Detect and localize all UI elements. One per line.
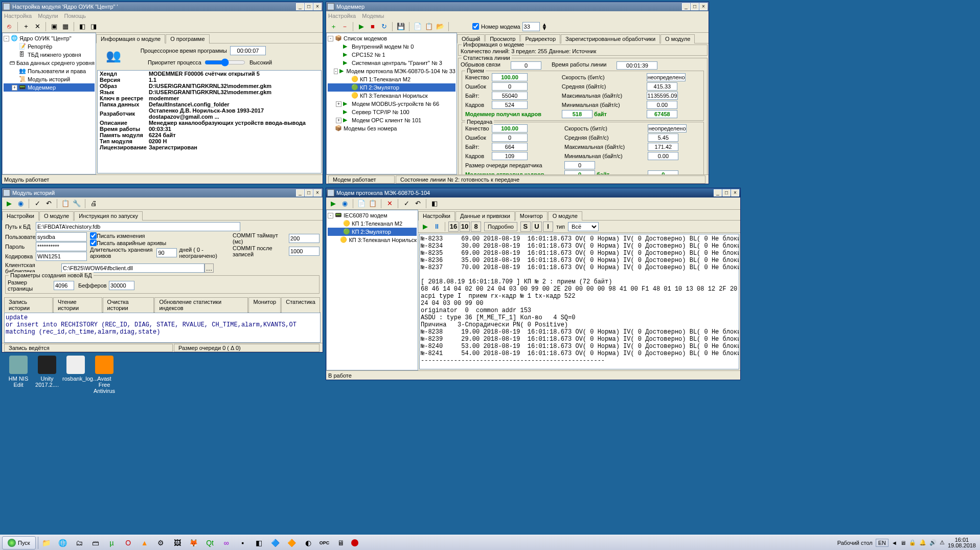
print-icon[interactable]: 🖨	[88, 199, 99, 209]
apply-icon[interactable]: ✓	[32, 199, 42, 209]
expand-icon[interactable]: -	[4, 36, 9, 41]
refresh-icon[interactable]: ↻	[379, 21, 389, 32]
tab[interactable]: Инструкция по запуску	[74, 211, 143, 221]
tree-node[interactable]: 👥Пользователи и права	[4, 67, 95, 75]
chrome-icon[interactable]: 🌐	[57, 537, 69, 549]
tree-node[interactable]: -📦Список модемов	[328, 34, 455, 42]
filter-u-button[interactable]: U	[532, 222, 542, 232]
commit-timeout-input[interactable]	[289, 234, 320, 243]
expand-icon[interactable]: +	[336, 118, 341, 123]
tab[interactable]: О модуле	[39, 211, 74, 221]
base-8-button[interactable]: 8	[471, 222, 481, 232]
show-desktop[interactable]: Рабочий стол	[837, 540, 873, 546]
tree-node[interactable]: 📦Модемы без номера	[328, 124, 455, 133]
filter-s-button[interactable]: S	[520, 222, 531, 232]
maximize-icon[interactable]: □	[691, 3, 699, 10]
tray-icon[interactable]: 🔔	[919, 539, 926, 546]
terminal-icon[interactable]: ▪	[237, 537, 249, 549]
app-icon[interactable]: ◧	[253, 537, 265, 549]
copy-icon[interactable]: 📋	[368, 199, 378, 209]
tool-icon[interactable]: 📋	[424, 21, 434, 32]
vlc-icon[interactable]: ▲	[139, 537, 151, 549]
spin-down-icon[interactable]: ▼	[542, 27, 548, 30]
desktop-icon[interactable]: rosbank_log...	[62, 356, 89, 382]
tree-node[interactable]: 🗄ТБД нижнего уровня	[4, 51, 95, 59]
gimp-icon[interactable]: 🦊	[188, 537, 200, 549]
doc-icon[interactable]: 📄	[356, 199, 367, 209]
tree-node[interactable]: 🟢КП 2:Эмулятор	[328, 228, 417, 236]
tree-node[interactable]: ▶Внутренний модем № 0	[328, 42, 455, 51]
priority-slider[interactable]	[204, 58, 245, 67]
tree-node[interactable]: +📟Модеммер	[4, 83, 95, 92]
tab-about[interactable]: О программе	[166, 34, 209, 43]
clock[interactable]: 16:0119.08.2018	[948, 537, 976, 548]
undo-icon[interactable]: ↶	[43, 199, 54, 209]
tree-node[interactable]: 🟢КП 2:Эмулятор	[328, 83, 455, 92]
play-icon[interactable]: ▶	[356, 21, 367, 32]
app-icon[interactable]: ◐	[302, 537, 314, 549]
tool-icon[interactable]: 🔧	[72, 199, 82, 209]
tree-node[interactable]: ▶Сервер TCP/IP № 100	[328, 108, 455, 116]
tab[interactable]: Чтение истории	[53, 297, 102, 313]
qt-icon[interactable]: Qt	[204, 537, 216, 549]
tool-icon[interactable]: 📂	[435, 21, 445, 32]
minimize-icon[interactable]: _	[296, 189, 304, 196]
modem-number-input[interactable]	[522, 22, 540, 31]
add-icon[interactable]: +	[21, 21, 31, 32]
monitor-log[interactable]: №-8233 69.00 2018-08-19 16:01:18.673 OV(…	[419, 234, 739, 369]
utorrent-icon[interactable]: µ	[106, 537, 118, 549]
app-icon[interactable]: 🖼	[171, 537, 184, 549]
tree-node[interactable]: -📟IEC60870 модем	[328, 211, 417, 219]
detail-button[interactable]: Подробно	[484, 222, 517, 231]
tab[interactable]: О модуле	[660, 34, 695, 43]
tray-icon[interactable]: ◄	[892, 540, 897, 546]
tree-node[interactable]: 📝Репортёр	[4, 42, 95, 51]
tree-node[interactable]: 🟡КП 3:Телеканал Норильск	[328, 236, 417, 244]
write-changes-check[interactable]	[90, 232, 97, 239]
remove-icon[interactable]: ✕	[32, 21, 42, 32]
maximize-icon[interactable]: □	[722, 189, 731, 196]
minimize-icon[interactable]: _	[714, 189, 722, 196]
minimize-icon[interactable]: _	[682, 3, 690, 10]
expand-icon[interactable]: +	[336, 101, 341, 107]
tab-info[interactable]: Информация о модуле	[96, 34, 165, 43]
tree-node[interactable]: 🟡КП 3:Телеканал Норильск	[328, 92, 455, 100]
opc-icon[interactable]: OPC	[318, 537, 331, 549]
tab[interactable]: Редиректор	[520, 34, 560, 43]
minimize-icon[interactable]: _	[296, 3, 304, 10]
tool-icon[interactable]: ◧	[429, 199, 440, 209]
menu-item[interactable]: Настройка	[328, 13, 356, 19]
desktop-icon[interactable]: HM NIS Edit	[5, 356, 32, 388]
file-manager-icon[interactable]: 🗂	[73, 537, 85, 549]
app-icon[interactable]	[351, 539, 358, 546]
maximize-icon[interactable]: □	[305, 189, 313, 196]
undo-icon[interactable]: ↶	[413, 199, 423, 209]
play-icon[interactable]: ▶	[420, 222, 430, 232]
tray-icon[interactable]: 🔒	[909, 539, 916, 546]
close-icon[interactable]: ×	[731, 189, 739, 196]
titlebar[interactable]: Модем протокола МЭК-60870-5-104 _□×	[326, 188, 740, 197]
expand-icon[interactable]: -	[334, 69, 338, 74]
record-icon[interactable]: ◉	[15, 199, 26, 209]
record-icon[interactable]: ◉	[339, 199, 350, 209]
menu-item[interactable]: Помощь	[64, 13, 86, 19]
menu-item[interactable]: Модемы	[362, 13, 384, 19]
tool-icon[interactable]: ▦	[60, 21, 71, 32]
browse-icon[interactable]: …	[204, 263, 214, 273]
expand-icon[interactable]: -	[328, 213, 333, 218]
pause-icon[interactable]: ⏸	[431, 222, 442, 232]
tool-icon[interactable]: ◨	[88, 21, 99, 32]
opera-icon[interactable]: O	[122, 537, 134, 549]
close-icon[interactable]: ×	[313, 3, 322, 10]
tool-icon[interactable]: 📄	[413, 21, 423, 32]
tab[interactable]: Монитор	[515, 211, 548, 221]
tab[interactable]: Данные и привязки	[455, 211, 515, 221]
desktop-icon[interactable]: Avast Free Antivirus	[91, 356, 118, 394]
play-icon[interactable]: ▶	[4, 199, 14, 209]
tray-icon[interactable]: 🖥	[900, 540, 906, 546]
titlebar[interactable]: Модеммер _□×	[326, 2, 709, 11]
menu-item[interactable]: Модули	[38, 13, 58, 19]
tab[interactable]: О модуле	[548, 211, 582, 221]
tree-node[interactable]: +▶Модем MODBUS-устройств № 66	[328, 100, 455, 108]
encoding-input[interactable]	[36, 252, 87, 261]
